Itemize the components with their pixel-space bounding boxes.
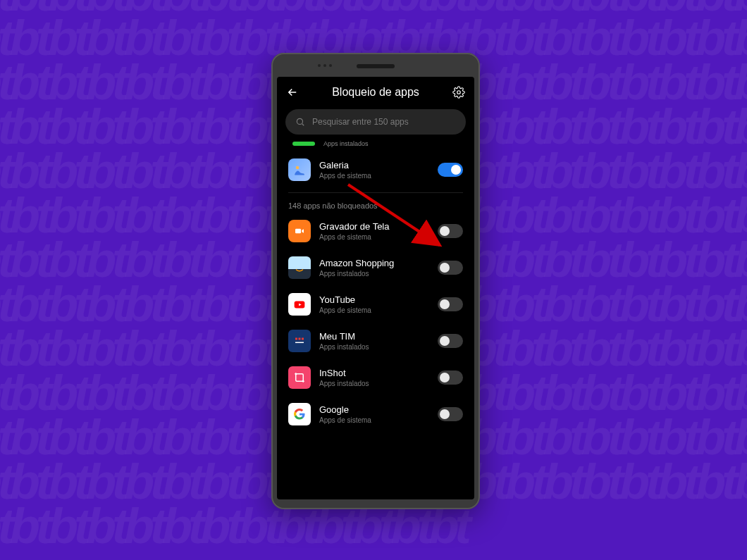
titlebar: Bloqueio de apps — [277, 77, 474, 104]
svg-rect-5 — [295, 338, 297, 340]
app-subtitle: Apps de sistema — [319, 172, 429, 180]
app-subtitle: Apps de sistema — [319, 416, 429, 424]
app-name: Galeria — [319, 160, 429, 171]
cutoff-previous-section: Apps instalados — [288, 140, 463, 151]
app-list[interactable]: Apps instalados Galeria Apps de sistema … — [277, 140, 474, 499]
svg-rect-6 — [299, 338, 301, 340]
list-item-meutim[interactable]: Meu TIM Apps instalados — [288, 323, 463, 359]
app-icon-gravador — [288, 220, 311, 242]
app-icon-galeria — [288, 158, 311, 181]
app-name: InShot — [319, 368, 429, 379]
svg-rect-8 — [295, 342, 304, 344]
toggle-amazon[interactable] — [438, 261, 463, 275]
app-subtitle: Apps instalados — [319, 380, 429, 387]
toggle-gravador[interactable] — [438, 224, 463, 238]
app-icon-amazon — [288, 256, 311, 279]
phone-bezel-top — [277, 60, 474, 77]
phone-screen: Bloqueio de apps Pesquisar entre 150 app… — [277, 77, 474, 499]
back-button[interactable] — [285, 85, 300, 99]
svg-point-1 — [297, 118, 302, 124]
toggle-galeria[interactable] — [438, 163, 463, 177]
app-subtitle: Apps de sistema — [319, 233, 429, 241]
page-title: Bloqueio de apps — [305, 86, 446, 99]
app-icon-meutim — [288, 330, 311, 352]
svg-point-0 — [457, 91, 461, 94]
search-input[interactable]: Pesquisar entre 150 apps — [285, 109, 466, 135]
settings-button[interactable] — [452, 85, 466, 99]
app-icon-youtube — [288, 293, 311, 316]
app-name: Amazon Shopping — [319, 258, 429, 269]
list-item-amazon[interactable]: Amazon Shopping Apps instalados — [288, 249, 463, 286]
list-item-galeria[interactable]: Galeria Apps de sistema — [288, 151, 463, 193]
toggle-google[interactable] — [438, 407, 463, 421]
app-subtitle: Apps instalados — [319, 343, 429, 351]
app-subtitle: Apps instalados — [319, 270, 429, 278]
toggle-inshot[interactable] — [438, 371, 463, 385]
app-name: Meu TIM — [319, 331, 429, 342]
list-item-google[interactable]: Google Apps de sistema — [288, 396, 463, 433]
app-icon-google — [288, 403, 311, 425]
search-icon — [295, 117, 305, 127]
app-icon-inshot — [288, 366, 311, 389]
svg-point-2 — [296, 166, 300, 170]
search-placeholder: Pesquisar entre 150 apps — [312, 117, 409, 127]
toggle-youtube[interactable] — [438, 297, 463, 311]
section-unblocked-label: 148 apps não bloqueados — [288, 197, 463, 213]
svg-rect-3 — [295, 229, 301, 234]
list-item-inshot[interactable]: InShot Apps instalados — [288, 359, 463, 396]
app-subtitle: Apps de sistema — [319, 306, 429, 314]
app-name: Gravador de Tela — [319, 221, 429, 232]
app-name: Google — [319, 404, 429, 416]
list-item-gravador[interactable]: Gravador de Tela Apps de sistema — [288, 213, 463, 249]
toggle-meutim[interactable] — [438, 334, 463, 348]
svg-rect-7 — [302, 338, 304, 340]
app-name: YouTube — [319, 294, 429, 306]
svg-rect-9 — [296, 374, 304, 382]
list-item-youtube[interactable]: YouTube Apps de sistema — [288, 286, 463, 323]
phone-frame: Bloqueio de apps Pesquisar entre 150 app… — [271, 53, 480, 509]
